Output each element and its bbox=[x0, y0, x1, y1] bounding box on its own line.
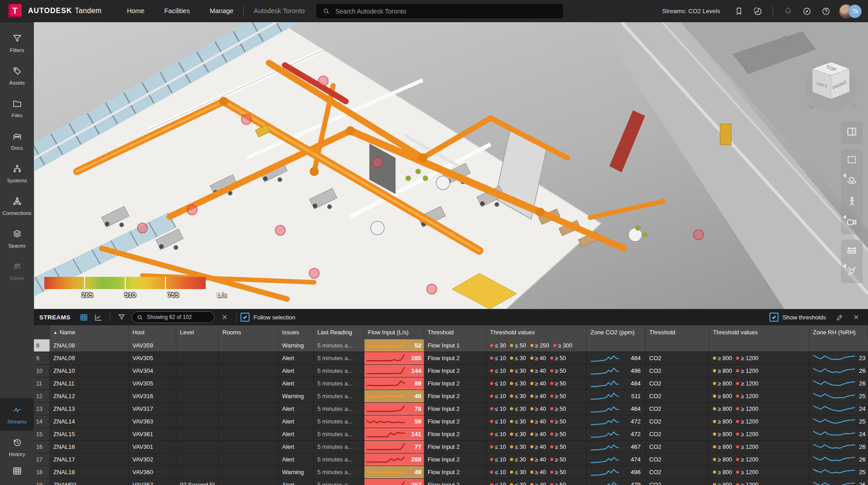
row-number: 14 bbox=[34, 415, 50, 428]
measure-button[interactable] bbox=[842, 241, 862, 262]
table-view-icon[interactable] bbox=[78, 312, 90, 323]
sparkline bbox=[366, 429, 405, 438]
view-cube[interactable]: TOP LEFT FRONT W S bbox=[802, 54, 861, 117]
orbit-button[interactable] bbox=[842, 171, 862, 192]
chart-view-icon[interactable] bbox=[93, 312, 104, 323]
explode-button[interactable] bbox=[842, 262, 862, 282]
tandem-logo[interactable]: T bbox=[8, 4, 22, 18]
sidebar-item-files[interactable]: Files bbox=[0, 92, 34, 124]
cell-host: VAV316 bbox=[129, 390, 176, 402]
cell-co2-threshold: CO2 bbox=[646, 352, 709, 364]
sparkline bbox=[813, 429, 855, 439]
walk-icon bbox=[846, 195, 858, 209]
notifications-bell-icon[interactable] bbox=[782, 5, 794, 17]
threshold-yellow-dot bbox=[530, 471, 533, 474]
explore-compass-icon[interactable] bbox=[801, 5, 813, 17]
threshold-value: ≤ 50 bbox=[510, 342, 526, 349]
viewport-tool-group bbox=[841, 121, 863, 144]
edit-pencil-icon[interactable] bbox=[834, 312, 845, 323]
column-header-threshold-values[interactable]: Threshold values bbox=[486, 325, 587, 339]
column-header-last-reading[interactable]: Last Reading bbox=[314, 325, 364, 339]
stream-row-znal13[interactable]: 13ZNAL13VAV317Alert5 minutes a...78Flow … bbox=[34, 403, 868, 415]
sidebar-item-connections[interactable]: Connections bbox=[0, 190, 34, 222]
cell-flow-threshold-values: ≤ 10≤ 30≥ 40≥ 50 bbox=[486, 403, 587, 415]
split-view-button[interactable] bbox=[842, 122, 862, 143]
stream-row-znal12[interactable]: 12ZNAL12VAV316Warning5 minutes a...40Flo… bbox=[34, 390, 868, 403]
model-viewport-3d[interactable]: TOP LEFT FRONT W S 265510755 L/s bbox=[34, 22, 868, 309]
sidebar-item-assets[interactable]: Assets bbox=[0, 59, 34, 92]
column-header-threshold[interactable]: Threshold bbox=[424, 325, 486, 339]
stream-row-znal09[interactable]: 9ZNAL09VAV305Alert5 minutes a...285Flow … bbox=[34, 352, 868, 365]
global-search[interactable] bbox=[316, 4, 563, 18]
cell-host: VAV301 bbox=[129, 441, 176, 453]
threshold-value: ≥ 50 bbox=[550, 380, 566, 387]
filter-icon[interactable] bbox=[116, 312, 127, 323]
threshold-red-dot bbox=[490, 382, 493, 385]
selection-box-button[interactable] bbox=[842, 150, 862, 171]
menu-item-home[interactable]: Home bbox=[127, 7, 145, 14]
streams-panel: STREAMS Showing 62 of 102 Follow selecti… bbox=[34, 309, 868, 485]
column-header-issues[interactable]: Issues bbox=[278, 325, 314, 339]
split-view-icon bbox=[846, 126, 858, 139]
row-number: 15 bbox=[34, 428, 50, 440]
search-input[interactable] bbox=[335, 7, 535, 15]
stream-row-znal14[interactable]: 14ZNAL14VAV363Alert5 minutes a...59Flow … bbox=[34, 415, 868, 428]
close-panel-icon[interactable] bbox=[850, 312, 862, 323]
column-header-threshold-values[interactable]: Threshold values bbox=[709, 325, 809, 339]
stream-row-znal15[interactable]: 15ZNAL15VAV361Alert5 minutes a...141Flow… bbox=[34, 428, 868, 441]
sidebar-item-docs[interactable]: Docs bbox=[0, 124, 34, 157]
stream-row-znal08[interactable]: 8ZNAL08VAV359Warning5 minutes a...52Flow… bbox=[34, 339, 868, 352]
follow-selection-checkbox[interactable] bbox=[241, 313, 250, 322]
cell-flow-input: 49 bbox=[364, 466, 424, 478]
cell-last-reading: 5 minutes a... bbox=[314, 365, 364, 377]
sidebar-item-history[interactable]: History bbox=[0, 431, 34, 463]
threshold-yellow-dot bbox=[530, 445, 533, 448]
column-header-name[interactable]: ▲Name bbox=[50, 325, 129, 339]
sidebar-item-systems[interactable]: Systems bbox=[0, 157, 34, 190]
column-header-level[interactable]: Level bbox=[176, 325, 219, 339]
column-header-zone-rh-rh-[interactable]: Zone RH (%RH) bbox=[809, 325, 868, 339]
walk-button[interactable] bbox=[842, 192, 862, 213]
column-header-flow-input-l-s-[interactable]: Flow Input (L/s) bbox=[364, 325, 424, 339]
cell-flow-threshold: Flow Input 2 bbox=[424, 479, 486, 485]
sidebar-item-spaces[interactable]: Spaces bbox=[0, 222, 34, 255]
view-home-icon[interactable] bbox=[779, 34, 791, 48]
cell-zone-co2: 511 bbox=[587, 390, 646, 402]
stream-row-znal18[interactable]: 18ZNAL18VAV360Warning5 minutes a...49Flo… bbox=[34, 466, 868, 479]
left-sidebar: FiltersAssetsFilesDocsSystemsConnections… bbox=[0, 22, 34, 485]
co2-value: 472 bbox=[622, 418, 642, 425]
stream-row-znal17[interactable]: 17ZNAL17VAV302Alert5 minutes a...288Flow… bbox=[34, 453, 868, 466]
help-icon[interactable] bbox=[820, 5, 832, 17]
column-header-threshold[interactable]: Threshold bbox=[646, 325, 709, 339]
legend-tick-label: 510 bbox=[124, 291, 136, 299]
stream-row-znam02[interactable]: 19ZNAM02VAV35702 Second Fl...Alert5 minu… bbox=[34, 479, 868, 485]
bookmark-icon[interactable] bbox=[733, 5, 745, 17]
show-thresholds-checkbox[interactable] bbox=[769, 313, 778, 322]
dashboard-pie-icon[interactable] bbox=[752, 5, 764, 17]
camera-button[interactable] bbox=[842, 213, 862, 233]
clear-search-icon[interactable] bbox=[219, 312, 231, 323]
streams-search-field[interactable]: Showing 62 of 102 bbox=[132, 311, 215, 323]
column-header-zone-co2-ppm-[interactable]: Zone CO2 (ppm) bbox=[587, 325, 646, 339]
sidebar-item-streams[interactable]: Streams bbox=[0, 398, 34, 431]
threshold-yellow-dot bbox=[510, 407, 513, 410]
menu-item-manage[interactable]: Manage bbox=[210, 7, 233, 14]
stream-row-znal11[interactable]: 11ZNAL11VAV305Alert5 minutes a...89Flow … bbox=[34, 377, 868, 390]
cell-issues: Alert bbox=[278, 479, 314, 485]
threshold-red-dot bbox=[550, 483, 553, 485]
menu-item-facilities[interactable]: Facilities bbox=[165, 7, 190, 14]
column-header-rooms[interactable]: Rooms bbox=[219, 325, 278, 339]
stream-row-znal16[interactable]: 16ZNAL16VAV301Alert5 minutes a...77Flow … bbox=[34, 441, 868, 453]
presence-badge[interactable]: Ta bbox=[848, 5, 862, 18]
rh-value: 26 bbox=[859, 481, 865, 485]
stream-row-znal10[interactable]: 10ZNAL10VAV304Alert5 minutes a...144Flow… bbox=[34, 365, 868, 377]
sparkline bbox=[813, 404, 855, 414]
threshold-red-dot bbox=[736, 420, 739, 423]
threshold-yellow-dot bbox=[713, 420, 716, 423]
cell-flow-threshold-values: ≤ 10≤ 30≥ 40≥ 50 bbox=[486, 466, 587, 478]
sidebar-item-filters[interactable]: Filters bbox=[0, 27, 34, 59]
column-header-host[interactable]: Host bbox=[129, 325, 176, 339]
threshold-red-dot bbox=[736, 407, 739, 410]
sidebar-item-table[interactable] bbox=[0, 463, 34, 485]
sparkline bbox=[590, 366, 619, 376]
